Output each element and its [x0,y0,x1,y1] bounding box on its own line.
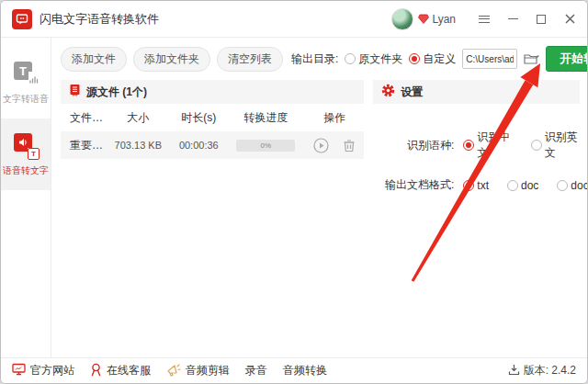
browse-folder-icon[interactable] [524,52,539,65]
main-content: 添加文件 添加文件夹 清空列表 输出目录: 原文件夹 自定义 [51,38,587,357]
minimize-icon[interactable] [506,13,519,26]
sidebar-item-label: 语音转文字 [3,164,49,177]
radio-format-doc[interactable]: doc [507,179,538,192]
file-duration: 00:00:36 [171,140,226,151]
radio-unchecked-icon [557,180,568,191]
play-icon[interactable] [313,138,329,153]
radio-language-english[interactable]: 识别英文 [531,130,580,161]
add-folder-button[interactable]: 添加文件夹 [133,47,210,72]
status-bar: 官方网站 在线客服 音频剪辑 录音 音频转换 [1,357,587,383]
radio-checked-icon [463,180,474,191]
settings-panel: 设置 识别语种: 识别中文 识别英文 [373,80,580,357]
radio-checked-icon [463,140,474,151]
version-info[interactable]: 版本: 2.4.2 [508,363,576,378]
close-icon[interactable] [563,13,576,26]
toolbar: 添加文件 添加文件夹 清空列表 输出目录: 原文件夹 自定义 [61,45,580,73]
radio-checked-icon [409,53,420,64]
format-label: 输出文档格式: [373,177,454,193]
radio-unchecked-icon [531,140,542,151]
table-header: 文件名称 大小 时长(s) 转换进度 操作 [61,104,364,131]
delete-icon[interactable] [343,139,356,152]
megaphone-icon [166,363,181,379]
output-dir-label: 输出目录: [291,51,338,67]
update-download-icon [508,364,520,378]
output-path-input[interactable] [462,49,517,69]
text-to-speech-icon: T [14,62,38,85]
settings-title: 设置 [401,85,423,100]
radio-custom-folder[interactable]: 自定义 [409,51,456,67]
vip-gem-icon [418,14,429,24]
title-bar: 闪电文字语音转换软件 Lyan [1,1,587,38]
customer-service-icon [90,363,102,379]
language-label: 识别语种: [373,138,454,153]
format-setting-row: 输出文档格式: txt doc [373,177,580,193]
language-setting-row: 识别语种: 识别中文 识别英文 [373,130,580,161]
user-avatar[interactable] [391,8,413,30]
menu-icon[interactable] [478,13,491,26]
radio-language-chinese[interactable]: 识别中文 [463,130,512,161]
app-logo-icon [12,9,32,29]
start-convert-button[interactable]: 开始转换 [546,46,588,72]
username[interactable]: Lyan [432,13,456,26]
official-site-link[interactable]: 官方网站 [12,363,74,378]
version-text: 版本: 2.4.2 [524,363,576,378]
progress-value: 0% [261,141,272,150]
source-files-panel: 源文件 (1个) 文件名称 大小 时长(s) 转换进度 操作 重要文件.mp3 … [61,80,364,357]
app-window: 闪电文字语音转换软件 Lyan T [0,0,588,384]
source-files-icon [69,84,81,100]
radio-format-docx[interactable]: docx [557,179,588,192]
maximize-icon[interactable] [535,13,548,26]
progress-bar: 0% [236,140,295,152]
table-row[interactable]: 重要文件.mp3 703.13 KB 00:00:36 0% [61,131,364,159]
source-files-title: 源文件 (1个) [86,85,147,100]
radio-original-folder[interactable]: 原文件夹 [345,51,402,67]
file-name: 重要文件.mp3 [61,138,105,153]
window-title: 闪电文字语音转换软件 [40,11,159,28]
radio-unchecked-icon [345,53,356,64]
audio-convert-link[interactable]: 音频转换 [283,363,327,378]
speech-to-text-icon: T [14,133,38,157]
gear-icon [381,84,395,101]
radio-unchecked-icon [507,180,518,191]
clear-list-button[interactable]: 清空列表 [217,47,283,72]
file-size: 703.13 KB [105,140,171,151]
add-file-button[interactable]: 添加文件 [61,47,127,72]
sidebar: T 文字转语音 [1,38,51,357]
sidebar-item-text-to-speech[interactable]: T 文字转语音 [1,47,51,119]
sidebar-item-label: 文字转语音 [3,93,49,106]
radio-format-txt[interactable]: txt [463,179,489,192]
sidebar-item-speech-to-text[interactable]: T 语音转文字 [1,119,51,190]
audio-edit-link[interactable]: 音频剪辑 [166,363,230,379]
record-link[interactable]: 录音 [245,363,267,378]
monitor-icon [12,363,26,378]
customer-service-link[interactable]: 在线客服 [90,363,151,379]
